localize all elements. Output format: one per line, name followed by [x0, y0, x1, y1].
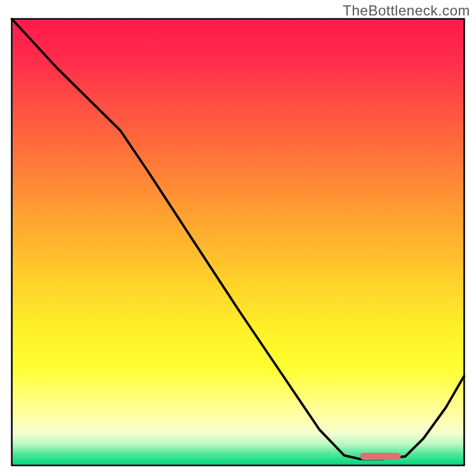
chart-svg — [0, 0, 476, 476]
watermark-text: TheBottleneck.com — [343, 2, 470, 19]
optimal-marker — [360, 453, 400, 460]
plot-background — [13, 20, 464, 465]
